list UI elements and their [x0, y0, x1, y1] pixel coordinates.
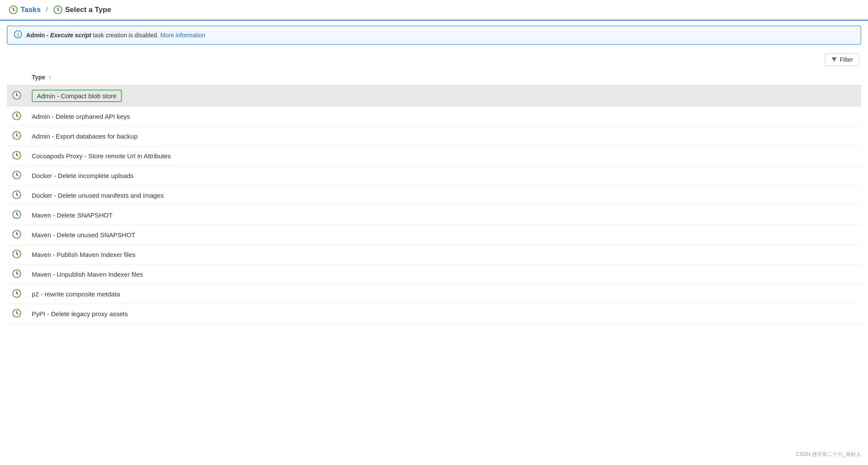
row-icon-cell: [7, 304, 27, 324]
table-row[interactable]: Maven - Publish Maven Indexer files: [7, 245, 861, 265]
selected-row-label: Admin - Compact blob store: [32, 90, 122, 102]
breadcrumb-separator: /: [46, 6, 48, 14]
row-icon-cell: [7, 265, 27, 284]
task-clock-icon: [12, 170, 21, 180]
table-row[interactable]: Docker - Delete unused manifests and ima…: [7, 186, 861, 205]
table-row[interactable]: Admin - Compact blob store: [7, 85, 861, 107]
table-row[interactable]: Docker - Delete incomplete uploads: [7, 166, 861, 186]
tasks-table: Type ↑ Admin - Compact blob store Admin …: [7, 69, 861, 324]
svg-point-36: [16, 175, 17, 175]
select-type-clock-icon: [53, 5, 63, 15]
row-label-cell: Cocoapods Proxy - Store remote Url in At…: [27, 146, 861, 166]
table-row[interactable]: Maven - Delete unused SNAPSHOT: [7, 225, 861, 245]
breadcrumb: Tasks / Select a Type: [0, 0, 868, 21]
svg-point-21: [16, 115, 17, 116]
table-row[interactable]: Admin - Delete orphaned API keys: [7, 107, 861, 127]
task-clock-icon: [12, 269, 21, 278]
row-label-cell: Admin - Delete orphaned API keys: [27, 107, 861, 127]
row-label-cell: Docker - Delete incomplete uploads: [27, 166, 861, 186]
row-icon-cell: [7, 284, 27, 304]
type-column-header[interactable]: Type ↑: [27, 69, 861, 85]
tasks-breadcrumb-link[interactable]: Tasks: [9, 5, 41, 15]
row-label-cell: Maven - Publish Maven Indexer files: [27, 245, 861, 265]
svg-point-66: [16, 293, 17, 294]
row-icon-cell: [7, 127, 27, 146]
icon-column-header: [7, 69, 27, 85]
task-clock-icon: [12, 151, 21, 160]
table-row[interactable]: Maven - Delete SNAPSHOT: [7, 205, 861, 225]
row-label-cell: Maven - Delete SNAPSHOT: [27, 205, 861, 225]
table-row[interactable]: PyPI - Delete legacy proxy assets: [7, 304, 861, 324]
row-icon-cell: [7, 245, 27, 265]
task-clock-icon: [12, 289, 21, 298]
task-clock-icon: [12, 111, 21, 121]
row-icon-cell: [7, 166, 27, 186]
row-label-cell: Admin - Export databases for backup: [27, 127, 861, 146]
row-icon-cell: [7, 186, 27, 205]
task-clock-icon: [12, 91, 21, 100]
svg-point-26: [16, 135, 17, 136]
task-clock-icon: [12, 249, 21, 259]
svg-point-9: [57, 9, 58, 10]
row-icon-cell: [7, 146, 27, 166]
row-label-cell: p2 - rewrite composite metdata: [27, 284, 861, 304]
row-label-cell: Docker - Delete unused manifests and ima…: [27, 186, 861, 205]
row-icon-cell: [7, 225, 27, 245]
filter-toolbar: Filter: [0, 50, 868, 69]
svg-point-41: [16, 194, 17, 195]
filter-button-label: Filter: [840, 56, 853, 63]
table-row[interactable]: Maven - Unpublish Maven Indexer files: [7, 265, 861, 284]
tasks-label: Tasks: [21, 6, 41, 14]
row-icon-cell: [7, 205, 27, 225]
sort-arrow-icon: ↑: [49, 75, 51, 81]
svg-point-46: [16, 214, 17, 215]
svg-text:i: i: [17, 32, 18, 37]
task-clock-icon: [12, 308, 21, 318]
info-banner: i Admin - Execute script task creation i…: [7, 26, 861, 45]
svg-point-56: [16, 254, 17, 254]
info-icon: i: [14, 30, 22, 40]
more-information-link[interactable]: More information: [160, 32, 205, 39]
current-page-label: Select a Type: [53, 5, 111, 15]
task-clock-icon: [12, 210, 21, 219]
row-label-cell: PyPI - Delete legacy proxy assets: [27, 304, 861, 324]
row-label-cell: Maven - Unpublish Maven Indexer files: [27, 265, 861, 284]
row-icon-cell: [7, 85, 27, 107]
tasks-clock-icon: [9, 5, 18, 15]
row-icon-cell: [7, 107, 27, 127]
task-clock-icon: [12, 131, 21, 140]
svg-point-31: [16, 155, 17, 156]
table-row[interactable]: p2 - rewrite composite metdata: [7, 284, 861, 304]
filter-icon: [831, 57, 837, 63]
tasks-table-container: Type ↑ Admin - Compact blob store Admin …: [0, 69, 868, 324]
row-label-cell: Maven - Delete unused SNAPSHOT: [27, 225, 861, 245]
svg-point-4: [13, 9, 14, 10]
task-clock-icon: [12, 190, 21, 199]
svg-point-16: [16, 95, 17, 96]
select-type-label: Select a Type: [65, 6, 111, 14]
svg-point-51: [16, 234, 17, 235]
table-row[interactable]: Cocoapods Proxy - Store remote Url in At…: [7, 146, 861, 166]
info-banner-text: Admin - Execute script task creation is …: [26, 32, 854, 39]
table-row[interactable]: Admin - Export databases for backup: [7, 127, 861, 146]
row-label-cell: Admin - Compact blob store: [27, 85, 861, 107]
svg-point-61: [16, 273, 17, 274]
filter-button[interactable]: Filter: [825, 53, 859, 66]
svg-point-71: [16, 313, 17, 314]
task-clock-icon: [12, 229, 21, 239]
